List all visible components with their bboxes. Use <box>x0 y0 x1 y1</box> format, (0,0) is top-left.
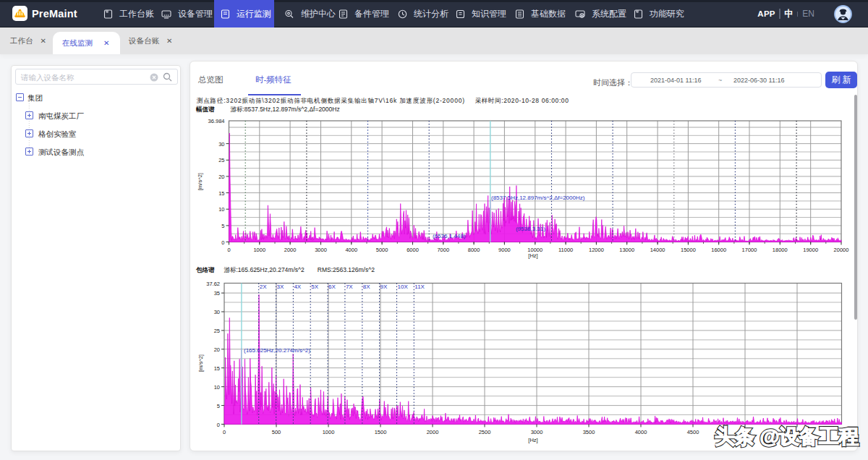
svg-text:15000: 15000 <box>681 247 696 253</box>
svg-text:8X: 8X <box>363 284 370 290</box>
svg-text:16000: 16000 <box>711 247 726 253</box>
svg-text:5X: 5X <box>311 284 318 290</box>
svg-text:12000: 12000 <box>589 247 604 253</box>
svg-text:10: 10 <box>218 206 224 213</box>
svg-text:11000: 11000 <box>558 247 573 253</box>
svg-text:4000: 4000 <box>345 247 357 253</box>
svg-text:[Hz]: [Hz] <box>528 252 537 259</box>
svg-text:1000: 1000 <box>253 247 265 253</box>
svg-text:14000: 14000 <box>650 247 665 253</box>
svg-text:11X: 11X <box>414 284 425 290</box>
svg-text:25: 25 <box>214 328 220 334</box>
svg-text:20: 20 <box>218 174 224 180</box>
svg-text:6000: 6000 <box>407 247 419 253</box>
svg-text:37.62: 37.62 <box>206 281 220 287</box>
svg-text:20000: 20000 <box>834 247 849 253</box>
svg-text:0: 0 <box>217 422 220 428</box>
svg-text:13000: 13000 <box>619 247 634 253</box>
svg-text:[m/s^2]: [m/s^2] <box>197 354 204 372</box>
svg-text:7X: 7X <box>346 284 353 290</box>
svg-text:8000: 8000 <box>468 247 480 253</box>
svg-text:19000: 19000 <box>803 247 818 253</box>
svg-text:(8537.5Hz,12.897m/s^2,Δf=2000H: (8537.5Hz,12.897m/s^2,Δf=2000Hz) <box>491 195 585 201</box>
svg-text:3X: 3X <box>277 284 284 290</box>
svg-text:36.984: 36.984 <box>208 118 225 124</box>
svg-text:25: 25 <box>218 157 224 163</box>
svg-text:20: 20 <box>214 346 220 353</box>
svg-text:9X: 9X <box>380 284 388 290</box>
svg-text:0: 0 <box>223 429 226 435</box>
svg-text:1500: 1500 <box>375 429 387 435</box>
svg-text:5: 5 <box>221 223 224 229</box>
svg-text:2X: 2X <box>260 284 267 290</box>
svg-text:15: 15 <box>218 190 224 197</box>
svg-text:4500: 4500 <box>687 429 699 435</box>
svg-text:2000: 2000 <box>427 429 439 435</box>
svg-text:(165.625Hz,20.274m/s^2): (165.625Hz,20.274m/s^2) <box>244 347 310 354</box>
svg-text:3000: 3000 <box>531 429 543 435</box>
svg-text:5: 5 <box>217 403 220 409</box>
svg-text:30: 30 <box>214 309 220 315</box>
svg-text:10X: 10X <box>398 284 409 290</box>
svg-text:35: 35 <box>214 290 220 297</box>
svg-text:0: 0 <box>221 239 224 246</box>
svg-text:7000: 7000 <box>437 247 449 253</box>
svg-text:6X: 6X <box>328 284 336 290</box>
svg-text:[m/s^2]: [m/s^2] <box>197 173 203 190</box>
svg-text:30: 30 <box>218 141 224 148</box>
svg-text:[Hz]: [Hz] <box>528 437 537 443</box>
svg-text:4X: 4X <box>294 284 301 290</box>
svg-text:0: 0 <box>227 247 230 253</box>
svg-text:15: 15 <box>214 365 220 372</box>
svg-text:4000: 4000 <box>635 429 647 435</box>
svg-text:2500: 2500 <box>479 429 491 435</box>
svg-text:2000: 2000 <box>284 247 297 253</box>
svg-text:1000: 1000 <box>323 429 335 435</box>
svg-text:3500: 3500 <box>583 429 595 435</box>
svg-text:10: 10 <box>214 384 220 391</box>
svg-text:5000: 5000 <box>376 247 388 253</box>
svg-text:3000: 3000 <box>315 247 327 253</box>
svg-text:(9538,3.31): (9538,3.31) <box>516 226 545 232</box>
svg-text:500: 500 <box>272 429 281 435</box>
svg-text:9000: 9000 <box>498 247 511 253</box>
svg-text:18000: 18000 <box>773 247 788 253</box>
svg-text:17000: 17000 <box>742 247 757 253</box>
svg-text:(6536,1.448): (6536,1.448) <box>433 233 466 239</box>
